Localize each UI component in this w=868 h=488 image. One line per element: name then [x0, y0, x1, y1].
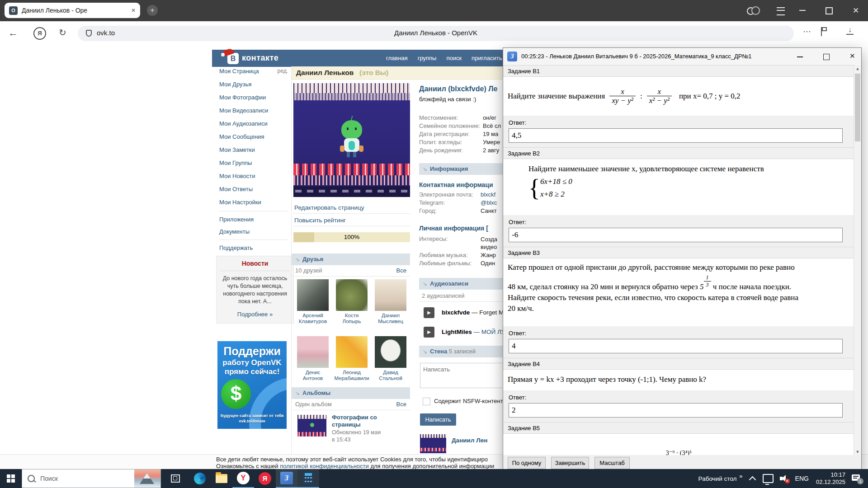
album-title-label[interactable]: Фотографии со страницы	[332, 414, 377, 428]
clock[interactable]: 10:17 02.12.2025	[816, 471, 845, 486]
friend-last-name[interactable]: Мысливец	[378, 319, 403, 324]
sidebar-item-videos[interactable]: Мои Видеозаписи	[219, 107, 288, 114]
edit-page-link[interactable]: Редактировать страницу	[294, 204, 410, 211]
friend-item[interactable]: ДавидСтальной	[371, 336, 410, 381]
sidebar-item-label[interactable]: Документы	[219, 228, 250, 235]
tray-expand-icon[interactable]	[750, 476, 755, 481]
friend-last-name[interactable]: Мерабишвили	[335, 375, 369, 381]
yandex-app-icon[interactable]: Я	[254, 469, 276, 488]
sidebar-item-audios[interactable]: Мои Аудиозаписи	[219, 120, 288, 127]
bookmark-flag-icon[interactable]	[821, 27, 826, 36]
sidebar-item-label[interactable]: Мои Ответы	[219, 186, 253, 192]
sidebar-item-label[interactable]: Мои Друзья	[219, 81, 251, 88]
sidebar-item-docs[interactable]: Документы	[219, 228, 288, 235]
friend-photo[interactable]	[375, 336, 406, 368]
sidebar-item-label[interactable]: Мои Группы	[219, 160, 252, 166]
track-artist[interactable]: LightMiles	[442, 328, 472, 335]
address-bar[interactable]: ovk.to Даниил Леньков - OpenVK	[78, 26, 794, 41]
profile-status[interactable]: блэкфейд на связи :)	[419, 96, 476, 103]
wall-submit-button[interactable]: Написать	[420, 413, 456, 426]
test-app-taskbar-icon[interactable]: З	[276, 469, 297, 488]
sidebar-item-messages[interactable]: Мои Сообщения	[219, 133, 288, 140]
download-icon[interactable]: ↓	[846, 26, 854, 36]
play-icon[interactable]: ▶	[424, 307, 434, 318]
friend-item[interactable]: АрсенийКлавитуров	[293, 279, 332, 324]
friend-first-name[interactable]: Даниил	[382, 313, 400, 318]
edit-page-label[interactable]: Редактировать страницу	[294, 204, 364, 211]
album-thumbnail[interactable]	[297, 415, 326, 436]
wall-post-thumbnail[interactable]	[420, 434, 446, 453]
friend-last-name[interactable]: Лопырь	[343, 319, 361, 324]
sidebar-item-label[interactable]: Мои Видеозаписи	[219, 107, 268, 114]
friend-first-name[interactable]: Денис	[306, 370, 321, 375]
refresh-icon[interactable]: ↻	[59, 27, 66, 38]
raise-rating-link[interactable]: Повысить рейтинг	[294, 217, 410, 224]
task-b3-answer-input[interactable]	[509, 339, 843, 353]
network-icon[interactable]	[763, 474, 774, 483]
file-explorer-icon[interactable]	[211, 469, 232, 488]
albums-all-link[interactable]: Все	[396, 401, 406, 408]
sidebar-item-label[interactable]: Мои Фотографии	[219, 94, 266, 101]
sidebar-item-label[interactable]: Моя Страница	[219, 68, 259, 75]
friends-header[interactable]: ↘Друзья	[292, 253, 410, 265]
privacy-policy-link[interactable]: политикой конфиденциальности	[280, 463, 369, 469]
friend-photo[interactable]	[336, 279, 368, 311]
news-more-link[interactable]: Подробнее »	[218, 311, 292, 318]
back-icon[interactable]: ←	[8, 27, 18, 39]
yandex-home-icon[interactable]: Я	[33, 27, 46, 40]
desktop-toolbar-label[interactable]: Рабочий стол	[698, 475, 737, 482]
play-icon[interactable]: ▶	[424, 327, 434, 338]
sidebar-item-label[interactable]: Мои Аудиозаписи	[219, 120, 268, 127]
track-title[interactable]: — Forget Me	[472, 309, 507, 316]
track-artist[interactable]: blxckfvde	[442, 309, 470, 316]
sidebar-item-support[interactable]: Поддержать	[219, 244, 288, 251]
window-close-icon[interactable]: ✕	[853, 6, 859, 15]
friend-first-name[interactable]: Арсений	[302, 313, 323, 318]
notification-center-icon[interactable]: 1	[852, 474, 862, 483]
friend-photo[interactable]	[297, 336, 329, 368]
toolbar-chevron[interactable]: »	[739, 473, 742, 479]
tab-close-icon[interactable]: ✕	[131, 7, 136, 14]
task-b2-answer-input[interactable]	[509, 228, 843, 242]
friend-photo[interactable]	[297, 279, 329, 311]
friend-last-name[interactable]: Стальной	[379, 375, 402, 381]
donate-banner[interactable]: Поддержи работу OpenVK прямо сейчас! $ Б…	[217, 341, 287, 429]
sidebar-item-label[interactable]: Мои Заметки	[219, 146, 255, 153]
profile-avatar[interactable]	[293, 83, 410, 197]
friend-last-name[interactable]: Клавитуров	[299, 319, 327, 324]
language-indicator[interactable]: ENG	[795, 475, 809, 482]
edge-icon[interactable]	[189, 469, 211, 488]
task-b4-answer-input[interactable]	[509, 403, 843, 418]
calculator-icon[interactable]	[297, 469, 319, 488]
scale-button[interactable]: Масштаб	[594, 457, 630, 469]
album-title[interactable]: Фотографии со страницы	[332, 414, 391, 428]
nav-invite[interactable]: пригласить	[472, 55, 502, 61]
wall-post-author[interactable]: Даниил Лен	[452, 437, 487, 444]
friend-photo[interactable]	[336, 336, 368, 368]
raise-rating-label[interactable]: Повысить рейтинг	[294, 217, 346, 224]
friend-item[interactable]: ДенисАнтонов	[293, 336, 332, 381]
friend-photo[interactable]	[375, 279, 406, 311]
sidebar-item-label[interactable]: Мои Настройки	[219, 199, 261, 206]
sidebar-item-settings[interactable]: Мои Настройки	[219, 199, 288, 206]
yandex-browser-icon[interactable]: Y	[232, 469, 254, 488]
friend-last-name[interactable]: Антонов	[303, 375, 323, 381]
start-button[interactable]	[0, 469, 22, 488]
sidebar-item-photos[interactable]: Мои Фотографии	[219, 94, 288, 101]
browser-tab[interactable]: O Даниил Леньков - Ope ✕	[5, 3, 140, 18]
sidebar-item-answers[interactable]: Мои Ответы	[219, 186, 288, 192]
sidebar-item-label[interactable]: Поддержать	[219, 244, 253, 251]
test-maximize-icon[interactable]	[823, 54, 830, 60]
sidebar-item-my-page[interactable]: Моя Страница ред.	[219, 68, 288, 75]
scroll-thumb[interactable]	[855, 74, 860, 141]
task-b1-answer-input[interactable]	[509, 128, 843, 143]
profile-circles-icon[interactable]	[747, 6, 760, 14]
sidebar-item-news[interactable]: Мои Новости	[219, 173, 288, 179]
sidebar-item-label[interactable]: Мои Сообщения	[219, 133, 264, 140]
nav-groups[interactable]: группы	[418, 55, 437, 61]
sidebar-item-label[interactable]: Приложения	[219, 216, 254, 223]
albums-header[interactable]: ↘Альбомы	[292, 387, 410, 399]
friend-item[interactable]: ДаниилМысливец	[371, 279, 410, 324]
volume-muted-icon[interactable]: ✕	[780, 474, 790, 483]
nav-main[interactable]: главная	[386, 55, 408, 61]
